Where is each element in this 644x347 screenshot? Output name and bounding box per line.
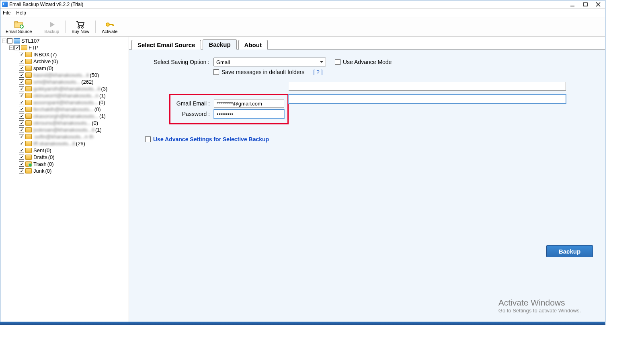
tree-ftp-label: FTP <box>29 45 39 51</box>
toolbar-email-source-label: Email Source <box>6 29 32 34</box>
tree-item[interactable]: Drafts(0) <box>0 154 129 161</box>
folder-count: (0) <box>47 65 53 71</box>
checkbox[interactable] <box>14 45 20 50</box>
folder-icon <box>25 161 32 167</box>
use-advance-mode-checkbox[interactable] <box>335 59 340 65</box>
checkbox[interactable] <box>19 161 24 167</box>
saving-option-select[interactable]: Gmail <box>213 58 326 66</box>
checkbox[interactable] <box>19 141 24 146</box>
toolbar-email-source[interactable]: Email Source <box>2 18 35 35</box>
app-window: Email Backup Wizard v8.2.2 (Trial) File … <box>0 0 605 322</box>
tree-item[interactable]: Junk(0) <box>0 167 129 174</box>
maximize-button[interactable] <box>582 2 588 7</box>
checkbox[interactable] <box>19 52 24 57</box>
folder-count: (1) <box>99 113 106 119</box>
folder-label: jsskroan@khanakosots...it <box>33 127 94 133</box>
minimize-button[interactable] <box>570 2 575 7</box>
save-default-label: Save messages in default folders <box>222 69 304 75</box>
advance-settings-checkbox[interactable] <box>145 136 151 142</box>
tree-item[interactable]: smi@khanakosots...(262) <box>0 78 129 85</box>
checkbox[interactable] <box>19 72 24 78</box>
menu-file[interactable]: File <box>3 10 10 16</box>
collapse-icon[interactable]: − <box>2 39 6 43</box>
folder-icon <box>25 100 32 105</box>
gmail-email-input[interactable] <box>214 99 284 108</box>
folder-icon <box>25 141 32 146</box>
tab-about[interactable]: About <box>238 40 268 50</box>
checkbox[interactable] <box>19 168 24 174</box>
tree-ftp[interactable]: − FTP <box>0 44 129 51</box>
folder-tree[interactable]: − STL107 − FTP INBOX(7)Archive(0)spam(0)… <box>0 37 129 322</box>
menubar: File Help <box>0 8 605 17</box>
folder-icon <box>25 120 32 126</box>
tree-root[interactable]: − STL107 <box>0 37 129 44</box>
toolbar-backup-label: Backup <box>44 29 59 34</box>
backup-tab-content: Select Saving Option : Gmail Use Advance… <box>129 50 605 322</box>
checkbox[interactable] <box>19 114 24 119</box>
tree-item[interactable]: Trash(0) <box>0 161 129 167</box>
checkbox[interactable] <box>19 100 24 105</box>
tree-item[interactable]: asssropant@khanakosots...(0) <box>0 99 129 106</box>
tree-item[interactable]: okinueorrt@khanakosots...n(1) <box>0 92 129 99</box>
toolbar-separator <box>38 21 38 33</box>
svg-point-12 <box>106 23 109 26</box>
password-input[interactable] <box>214 109 284 118</box>
toolbar-buy-now-label: Buy Now <box>72 29 89 34</box>
tree-item[interactable]: tff.skanakosots...it(26) <box>0 140 129 147</box>
separator <box>145 127 589 127</box>
collapse-icon[interactable]: − <box>9 45 14 50</box>
checkbox[interactable] <box>19 86 24 91</box>
folder-label: kasnd@khanakosots...it <box>33 72 89 78</box>
checkbox[interactable] <box>19 134 24 139</box>
toolbar-activate[interactable]: Activate <box>98 18 121 35</box>
key-icon <box>105 20 115 29</box>
backup-button[interactable]: Backup <box>546 245 593 257</box>
folder-icon <box>25 59 32 64</box>
close-button[interactable] <box>595 2 601 7</box>
email-label: Gmail Email : <box>174 100 214 107</box>
windows-watermark: Activate Windows Go to Settings to activ… <box>498 298 581 314</box>
folder-label: Trash <box>33 161 47 167</box>
checkbox[interactable] <box>19 127 24 132</box>
tree-item[interactable]: Sent(0) <box>0 147 129 154</box>
tree-item[interactable]: jsskroan@khanakosots...it(1) <box>0 126 129 133</box>
tree-item[interactable]: spam(0) <box>0 65 129 72</box>
folder-count: (7) <box>50 52 57 58</box>
checkbox[interactable] <box>19 155 24 160</box>
tree-item[interactable]: kasnd@khanakosots...it(50) <box>0 72 129 78</box>
checkbox[interactable] <box>19 59 24 64</box>
toolbar-buy-now[interactable]: Buy Now <box>68 18 93 35</box>
password-input-ext[interactable] <box>289 95 566 103</box>
saving-option-row: Select Saving Option : Gmail Use Advance… <box>145 58 589 66</box>
tree-item[interactable]: tkrchakth@khanakosots...(0) <box>0 106 129 113</box>
folder-label: tff.skanakosots...it <box>33 140 75 147</box>
checkbox[interactable] <box>19 93 24 98</box>
watermark-sub: Go to Settings to activate Windows. <box>498 308 581 314</box>
checkbox[interactable] <box>19 66 24 71</box>
tree-item[interactable]: INBOX(7) <box>0 51 129 58</box>
checkbox[interactable] <box>19 148 24 153</box>
checkbox[interactable] <box>7 38 12 43</box>
help-link[interactable]: [ ? ] <box>313 69 322 75</box>
tree-item[interactable]: okasororgh@khanakosots...(1) <box>0 113 129 120</box>
tab-backup[interactable]: Backup <box>203 39 236 50</box>
computer-icon <box>14 38 20 43</box>
tree-item[interactable]: Archive(0) <box>0 58 129 65</box>
menu-help[interactable]: Help <box>16 10 26 16</box>
tree-item[interactable]: okrouns@khanakosots...(0) <box>0 120 129 126</box>
folder-count: (1) <box>99 93 106 99</box>
folder-count: (0) <box>51 58 58 64</box>
folder-count: (0) <box>92 120 98 126</box>
checkbox[interactable] <box>19 79 24 85</box>
checkbox[interactable] <box>19 107 24 112</box>
tree-item[interactable]: gokkyarsth@khanakosots...it(3) <box>0 85 129 92</box>
tab-select-source[interactable]: Select Email Source <box>131 40 201 50</box>
folder-icon <box>21 45 27 50</box>
titlebar: Email Backup Wizard v8.2.2 (Trial) <box>0 0 605 8</box>
gmail-email-input-ext[interactable] <box>289 82 566 91</box>
save-default-checkbox[interactable] <box>213 69 219 75</box>
saving-option-value: Gmail <box>216 59 230 65</box>
cart-icon <box>76 20 85 29</box>
tree-item[interactable]: ;ssftn@khanakosots...n th <box>0 133 129 140</box>
checkbox[interactable] <box>19 120 24 126</box>
